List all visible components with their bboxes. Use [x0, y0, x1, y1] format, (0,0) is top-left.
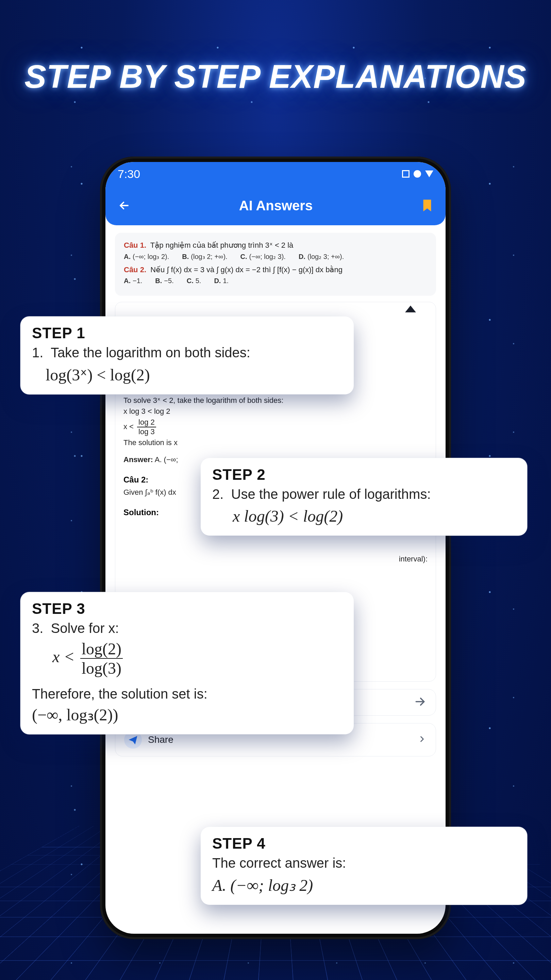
- step-card-2: STEP 2 2. Use the power rule of logarith…: [201, 458, 527, 536]
- step-2-math: x log(3) < log(2): [212, 507, 516, 525]
- app-bar: AI Answers: [105, 186, 446, 225]
- step-card-4: STEP 4 The correct answer is: A. (−∞; lo…: [201, 827, 527, 905]
- question-1-options: A.(−∞; log₃ 2). B.(log₃ 2; +∞). C.(−∞; l…: [124, 253, 427, 261]
- sol-answer-value: A. (−∞;: [155, 455, 178, 464]
- sol-line-3: x < log 2 log 3: [124, 418, 427, 436]
- q1-opt-a: A.(−∞; log₃ 2).: [124, 253, 169, 261]
- step-2-title: STEP 2: [212, 466, 516, 483]
- question-1-label: Câu 1.: [124, 241, 146, 250]
- step-card-1: STEP 1 1. Take the logarithm on both sid…: [21, 317, 354, 395]
- q2-opt-d: D.1.: [214, 277, 229, 285]
- question-2-label: Câu 2.: [124, 266, 146, 274]
- sol-answer-label: Answer:: [124, 455, 153, 464]
- q1-opt-c: C.(−∞; log₂ 3).: [240, 253, 286, 261]
- question-2-text: Nếu ∫ f(x) dx = 3 và ∫ g(x) dx = −2 thì …: [150, 266, 343, 274]
- q2-opt-a-text: −1.: [133, 277, 142, 285]
- question-card: Câu 1. Tập nghiệm của bất phương trình 3…: [115, 233, 436, 296]
- bookmark-icon: [421, 199, 433, 212]
- arrow-left-icon: [118, 199, 130, 212]
- step-3-frac-bot: log(3): [80, 659, 123, 678]
- fraction-icon: log 2 log 3: [136, 418, 157, 436]
- question-1: Câu 1. Tập nghiệm của bất phương trình 3…: [124, 241, 427, 250]
- q2-opt-c-text: 5.: [195, 277, 202, 285]
- step-3-frac-top: log(2): [80, 640, 123, 659]
- q2-opt-c: C.5.: [187, 277, 202, 285]
- step-3-num: 3.: [32, 620, 43, 636]
- step-1-title: STEP 1: [32, 325, 342, 342]
- arrow-right-icon: [413, 695, 427, 710]
- bookmark-button[interactable]: [421, 199, 433, 212]
- step-3-line-2: Therefore, the solution set is:: [32, 686, 342, 702]
- question-1-text: Tập nghiệm của bất phương trình 3ˣ < 2 l…: [150, 241, 294, 250]
- sol-line-2: x log 3 < log 2: [124, 407, 427, 416]
- q1-opt-d: D.(log₂ 3; +∞).: [299, 253, 344, 261]
- status-time: 7:30: [118, 167, 140, 181]
- q2-opt-d-text: 1.: [223, 277, 229, 285]
- question-2: Câu 2. Nếu ∫ f(x) dx = 3 và ∫ g(x) dx = …: [124, 266, 427, 274]
- chevron-right-icon: [417, 734, 427, 745]
- q2-opt-b-text: −5.: [164, 277, 173, 285]
- step-1-math: log(3ˣ) < log(2): [32, 365, 342, 384]
- back-button[interactable]: [118, 199, 130, 212]
- step-3-text: Solve for x:: [51, 620, 119, 636]
- share-label: Share: [148, 734, 173, 745]
- step-3-frac-prefix: x <: [52, 648, 79, 666]
- collapse-icon[interactable]: [405, 305, 416, 312]
- q1-opt-b-text: (log₃ 2; +∞).: [191, 253, 227, 260]
- sol-line-1: To solve 3ˣ < 2, take the logarithm of b…: [124, 396, 427, 405]
- q2-opt-a: A.−1.: [124, 277, 142, 285]
- step-1-num: 1.: [32, 345, 43, 360]
- sol-line-3-prefix: x <: [124, 422, 136, 431]
- back-nav-icon: [425, 170, 433, 177]
- step-1-text: Take the logarithm on both sides:: [51, 345, 250, 360]
- q1-opt-b: B.(log₃ 2; +∞).: [182, 253, 227, 261]
- step-3-frac: x < log(2) log(3): [32, 640, 342, 678]
- phone-screen: 7:30 AI Answers Câu 1. Tập nghiệm: [105, 162, 446, 934]
- step-2-num: 2.: [212, 487, 224, 501]
- recent-apps-icon: [402, 170, 410, 178]
- step-2-text: Use the power rule of logarithms:: [231, 487, 431, 501]
- page-headline: STEP BY STEP EXPLANATIONS: [0, 58, 551, 95]
- home-icon: [414, 170, 421, 178]
- step-3-title: STEP 3: [32, 600, 342, 617]
- fraction-icon: log(2) log(3): [79, 640, 124, 678]
- phone-mockup: 7:30 AI Answers Câu 1. Tập nghiệm: [100, 156, 451, 939]
- step-4-text: The correct answer is:: [212, 856, 346, 870]
- sol-frac-top: log 2: [137, 418, 156, 427]
- step-3-result: (−∞, log₃(2)): [32, 705, 342, 724]
- step-card-3: STEP 3 3. Solve for x: x < log(2) log(3)…: [21, 592, 354, 734]
- sol-frac-bot: log 3: [137, 427, 156, 436]
- status-icons: [402, 170, 433, 178]
- q2-opt-b: B.−5.: [155, 277, 173, 285]
- sol-q2-note: interval):: [124, 555, 427, 563]
- q1-opt-d-text: (log₂ 3; +∞).: [308, 253, 344, 260]
- step-4-math: A. (−∞; log₃ 2): [212, 875, 516, 894]
- status-bar: 7:30: [105, 162, 446, 186]
- sol-line-4: The solution is x: [124, 438, 427, 447]
- step-4-title: STEP 4: [212, 835, 516, 852]
- q1-opt-a-text: (−∞; log₃ 2).: [133, 253, 169, 260]
- question-2-options: A.−1. B.−5. C.5. D.1.: [124, 277, 427, 285]
- appbar-title: AI Answers: [130, 198, 421, 213]
- q1-opt-c-text: (−∞; log₂ 3).: [249, 253, 286, 260]
